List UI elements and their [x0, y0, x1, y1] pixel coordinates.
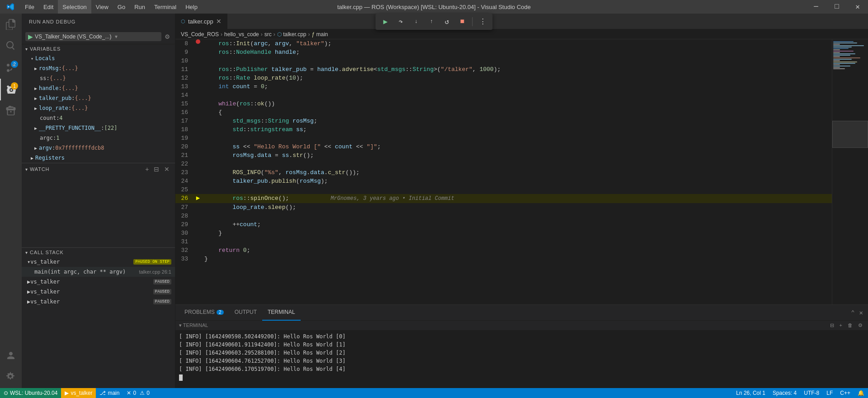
mini-line-2	[833, 43, 857, 43]
var-argc[interactable]: argc : 1	[22, 133, 175, 143]
status-eol[interactable]: LF	[823, 388, 836, 398]
activity-explorer[interactable]	[0, 14, 22, 35]
menu-run[interactable]: Run	[130, 0, 150, 14]
breadcrumb-item-1[interactable]: hello_vs_code	[224, 31, 259, 38]
line-num-29: 29	[175, 220, 193, 229]
callstack-thread-2[interactable]: ▶ vs_talker PAUSED	[22, 277, 175, 287]
debug-continue-button[interactable]: ▶	[379, 15, 392, 28]
breadcrumb-item-0[interactable]: VS_Code_ROS	[181, 31, 219, 38]
paused-badge-1: PAUSED	[153, 279, 171, 284]
terminal-settings-icon[interactable]: ⚙	[856, 322, 864, 329]
line-num-17: 17	[175, 117, 193, 125]
debug-config-selector[interactable]: ▶ VS_Talker_Node (VS_Code_...) ▾	[25, 32, 161, 41]
minimize-button[interactable]: ─	[806, 0, 826, 14]
maximize-button[interactable]: □	[826, 0, 847, 14]
debug-stop-button[interactable]: ■	[456, 15, 469, 28]
line-content-14	[203, 91, 832, 100]
status-branch[interactable]: ⎇ main	[96, 388, 123, 398]
tab-close-button[interactable]: ✕	[216, 18, 222, 25]
line-content-30: }	[203, 229, 832, 237]
var-loop-rate[interactable]: ▶ loop_rate : {...}	[22, 103, 175, 113]
minimap[interactable]	[832, 39, 868, 304]
breakpoint-8[interactable]	[196, 39, 200, 44]
breadcrumb-item-2[interactable]: src	[264, 31, 272, 38]
code-editor[interactable]: 8 ros::Init(argc, argv, "talker"); 9 ros…	[175, 39, 832, 304]
status-language[interactable]: C++	[836, 388, 854, 398]
mini-line-16	[833, 62, 857, 62]
debug-badge: 1	[11, 82, 18, 90]
status-remote[interactable]: ⊙ WSL: Ubuntu-20.04	[0, 388, 61, 398]
terminal-split-button[interactable]: ⊟	[828, 322, 836, 329]
looprate-arrow: ▶	[34, 106, 37, 111]
var-rosmsg[interactable]: ▶ rosMsg : {...}	[22, 63, 175, 73]
registers-group[interactable]: ▶ Registers	[22, 153, 175, 163]
breadcrumb-item-3[interactable]: ⬡ talker.cpp	[277, 31, 307, 38]
panel-close-button[interactable]: ✕	[858, 308, 864, 318]
callstack-chevron: ▾	[25, 250, 28, 255]
tab-terminal[interactable]: TERMINAL	[262, 305, 301, 321]
debug-step-out-button[interactable]: ↑	[425, 15, 438, 28]
watch-add-button[interactable]: +	[144, 165, 151, 173]
debug-dots-button[interactable]: ⋮	[476, 15, 489, 28]
activity-extensions[interactable]	[0, 100, 22, 122]
debug-restart-button[interactable]: ↺	[441, 15, 453, 28]
panel-maximize-button[interactable]: ⌃	[849, 308, 856, 318]
line-content-23: ROS_INFO("%s", rosMsg.data.c_str());	[203, 168, 832, 177]
activity-run-debug[interactable]: 1	[0, 79, 22, 100]
callstack-thread-4[interactable]: ▶ vs_talker PAUSED	[22, 297, 175, 307]
callstack-frame-main[interactable]: main(int argc, char ** argv) talker.cpp …	[22, 267, 175, 277]
menu-selection[interactable]: Selection	[58, 0, 91, 14]
code-line-9: 9 ros::NodeHandle handle;	[175, 48, 832, 57]
var-handle[interactable]: ▶ handle : {...}	[22, 83, 175, 93]
var-ss[interactable]: ss : {...}	[22, 73, 175, 83]
var-count[interactable]: count : 4	[22, 113, 175, 123]
tab-output[interactable]: OUTPUT	[229, 305, 262, 321]
line-content-26: ros::spinOnce(); MrGnomes, 3 years ago •…	[203, 194, 832, 203]
terminal-trash-button[interactable]: 🗑	[846, 322, 854, 329]
code-line-31: 31	[175, 237, 832, 246]
line-num-28: 28	[175, 212, 193, 220]
menu-file[interactable]: File	[20, 0, 39, 14]
activity-search[interactable]	[0, 35, 22, 57]
menu-go[interactable]: Go	[113, 0, 130, 14]
debug-step-into-button[interactable]: ↓	[410, 15, 423, 28]
status-errors[interactable]: ✕ 0 ⚠ 0	[123, 388, 153, 398]
watch-remove-all-button[interactable]: ✕	[163, 165, 171, 173]
callstack-thread-3[interactable]: ▶ vs_talker PAUSED	[22, 287, 175, 297]
menu-help[interactable]: Help	[181, 0, 202, 14]
var-pretty-function[interactable]: ▶ __PRETTY_FUNCTION__ : [22]	[22, 123, 175, 133]
breadcrumb-sep-3: ›	[308, 31, 310, 38]
activity-account[interactable]	[0, 345, 22, 366]
watch-header[interactable]: ▾ WATCH + ⊟ ✕	[22, 163, 175, 175]
terminal-content[interactable]: [ INFO] [1642490598.502449200]: Hello Ro…	[175, 331, 868, 388]
activity-source-control[interactable]: 2	[0, 57, 22, 79]
menu-terminal[interactable]: Terminal	[150, 0, 181, 14]
breadcrumb-item-4[interactable]: ƒ main	[312, 31, 328, 38]
var-talker-pub[interactable]: ▶ talker_pub : {...}	[22, 93, 175, 103]
terminal-add-button[interactable]: +	[838, 322, 844, 329]
paused-badge-3: PAUSED	[153, 299, 171, 304]
locals-group[interactable]: ▾ Locals	[22, 53, 175, 63]
var-argv[interactable]: ▶ argv : 0x7ffffffffdcb8	[22, 143, 175, 153]
activity-settings[interactable]	[0, 366, 22, 388]
tab-problems[interactable]: PROBLEMS 2	[179, 305, 229, 321]
code-line-29: 29 ++count;	[175, 220, 832, 229]
status-spaces[interactable]: Spaces: 4	[769, 388, 800, 398]
callstack-thread-1[interactable]: ▾ vs_talker PAUSED ON STEP	[22, 257, 175, 267]
close-button[interactable]: ✕	[847, 0, 868, 14]
tab-talker-cpp[interactable]: ⬡ talker.cpp ✕	[175, 14, 227, 29]
status-encoding[interactable]: UTF-8	[800, 388, 823, 398]
watch-chevron: ▾	[25, 167, 28, 172]
status-line-col[interactable]: Ln 26, Col 1	[732, 388, 769, 398]
menu-view[interactable]: View	[91, 0, 113, 14]
debug-step-over-button[interactable]: ↷	[395, 15, 407, 28]
status-notifications[interactable]: 🔔	[854, 388, 868, 398]
menu-edit[interactable]: Edit	[39, 0, 58, 14]
variables-header[interactable]: ▾ VARIABLES	[22, 44, 175, 53]
watch-collapse-button[interactable]: ⊟	[152, 165, 161, 173]
status-debug[interactable]: ▶ vs_talker	[61, 388, 96, 398]
code-line-28: 28	[175, 212, 832, 220]
remote-label: WSL: Ubuntu-20.04	[10, 390, 57, 396]
debug-settings-icon[interactable]: ⚙	[163, 31, 171, 42]
call-stack-header[interactable]: ▾ CALL STACK	[22, 248, 175, 257]
